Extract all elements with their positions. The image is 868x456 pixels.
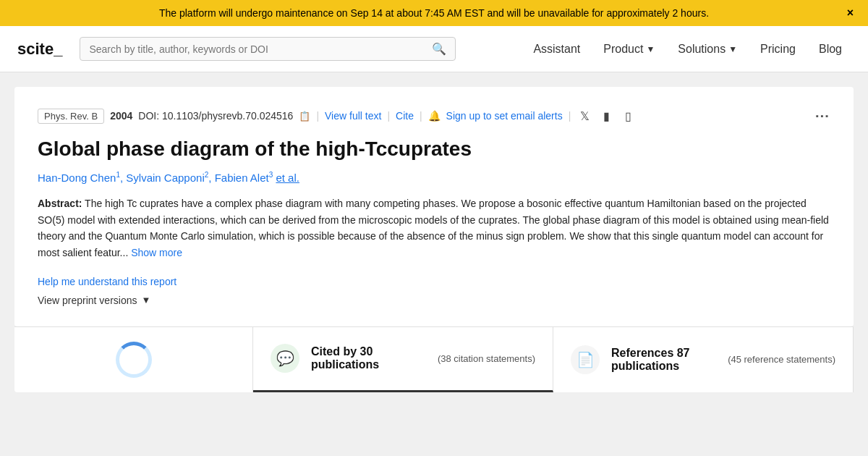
help-understand-link[interactable]: Help me understand this report: [38, 276, 176, 287]
chevron-down-icon: ▼: [141, 295, 150, 305]
nav-item-pricing[interactable]: Pricing: [752, 37, 804, 62]
bottom-stats: 💬 Cited by 30 publications (38 citation …: [14, 326, 854, 392]
references-text: References 87 publications: [611, 347, 716, 373]
references-title: References 87 publications: [611, 347, 716, 373]
search-bar: 🔍: [80, 37, 456, 61]
email-alert-link[interactable]: Sign up to set email alerts: [446, 110, 563, 122]
doi-value: 10.1103/physrevb.70.024516: [162, 110, 293, 122]
cited-by-text: Cited by 30 publications: [311, 345, 426, 371]
nav-item-assistant[interactable]: Assistant: [524, 37, 589, 62]
nav-item-product[interactable]: Product ▼: [595, 37, 663, 62]
doi-label: DOI: 10.1103/physrevb.70.024516: [138, 110, 293, 122]
nav-item-blog[interactable]: Blog: [810, 37, 851, 62]
chevron-down-icon: ▼: [646, 44, 655, 54]
cited-by-icon: 💬: [271, 344, 299, 373]
search-icon[interactable]: 🔍: [432, 42, 446, 56]
maintenance-banner: The platform will undergo maintenance on…: [0, 0, 868, 26]
preprint-versions-toggle[interactable]: View preprint versions ▼: [38, 295, 830, 306]
paper-authors: Han-Dong Chen1, Sylvain Capponi2, Fabien…: [38, 171, 830, 184]
paper-abstract: Abstract: The high Tc cuprates have a co…: [38, 195, 830, 261]
alert-bell-icon: 🔔: [428, 110, 441, 122]
search-input[interactable]: [89, 43, 432, 55]
references-icon: 📄: [571, 345, 600, 374]
cited-by-title: Cited by 30 publications: [311, 345, 426, 371]
banner-text: The platform will undergo maintenance on…: [159, 7, 709, 19]
main-content: Phys. Rev. B 2004 DOI: 10.1103/physrevb.…: [0, 72, 868, 407]
chevron-down-icon: ▼: [728, 44, 737, 54]
more-options-button[interactable]: ⋯: [814, 107, 830, 124]
header: scite_ 🔍 Assistant Product ▼ Solutions ▼…: [0, 26, 868, 72]
author-link-2[interactable]: Sylvain Capponi2: [126, 172, 208, 184]
view-full-text-link[interactable]: View full text: [325, 110, 381, 122]
social-share-icons: 𝕏 ▮ ▯: [576, 108, 636, 124]
cite-button[interactable]: Cite: [396, 110, 414, 122]
linkedin-icon[interactable]: ▯: [620, 108, 636, 124]
author-link-3[interactable]: Fabien Alet3: [215, 172, 273, 184]
cited-by-count: (38 citation statements): [438, 353, 535, 364]
site-logo[interactable]: scite_: [17, 40, 62, 59]
preprint-label: View preprint versions: [38, 295, 137, 306]
references-count: (45 reference statements): [728, 354, 835, 365]
stats-cards: 💬 Cited by 30 publications (38 citation …: [253, 326, 854, 392]
twitter-icon[interactable]: 𝕏: [576, 108, 592, 124]
cited-by-card[interactable]: 💬 Cited by 30 publications (38 citation …: [253, 326, 553, 392]
copy-doi-button[interactable]: 📋: [299, 111, 310, 122]
paper-year: 2004: [110, 110, 132, 122]
facebook-icon[interactable]: ▮: [598, 108, 614, 124]
sidebar-chart-area: [14, 326, 253, 392]
references-card[interactable]: 📄 References 87 publications (45 referen…: [553, 326, 854, 392]
show-more-link[interactable]: Show more: [131, 247, 182, 258]
author-link-1[interactable]: Han-Dong Chen1: [38, 172, 120, 184]
paper-card: Phys. Rev. B 2004 DOI: 10.1103/physrevb.…: [14, 87, 854, 326]
paper-title: Global phase diagram of the high-Tccupra…: [38, 136, 830, 162]
paper-meta: Phys. Rev. B 2004 DOI: 10.1103/physrevb.…: [38, 107, 830, 124]
journal-badge: Phys. Rev. B: [38, 109, 104, 124]
et-al-link[interactable]: et al.: [276, 172, 299, 184]
nav-item-solutions[interactable]: Solutions ▼: [669, 37, 746, 62]
main-nav: Assistant Product ▼ Solutions ▼ Pricing …: [524, 37, 851, 62]
loading-spinner: [116, 342, 152, 378]
banner-close-button[interactable]: ×: [847, 7, 854, 20]
